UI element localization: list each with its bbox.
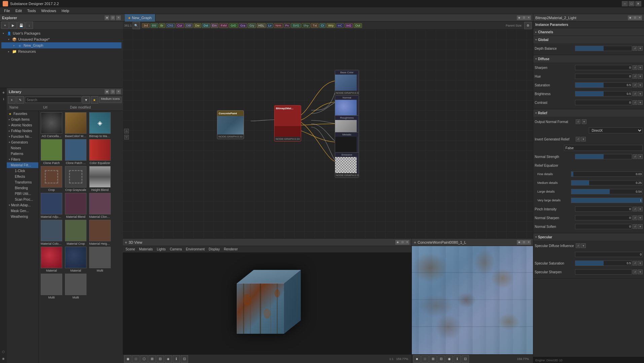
spec-diffuse-menu[interactable]: ▼ <box>581 243 586 248</box>
explorer-play-btn[interactable]: ▶ <box>9 22 17 29</box>
graph-node-input[interactable]: ConcretePaint NODE:GRAPH:0:33 <box>217 110 244 139</box>
tag-em[interactable]: Em <box>211 23 219 28</box>
output-node-diffuse[interactable]: Base Color NODE:GRAPH:0:35 <box>335 70 359 95</box>
tag-3rd[interactable]: 3rd <box>142 23 150 28</box>
menu-lights[interactable]: Lights <box>156 247 167 251</box>
tag-bld[interactable]: Bld <box>150 23 158 28</box>
list-item[interactable]: Clone Patch ... <box>64 139 87 165</box>
explorer-float-btn[interactable]: ⊡ <box>110 15 115 20</box>
view3d-btn-2[interactable]: □ <box>132 355 140 363</box>
tree-resources[interactable]: ▸ 📁 Resources <box>1 48 121 54</box>
tag-gry[interactable]: Gry <box>248 23 256 28</box>
view3d-canvas[interactable] <box>123 253 412 354</box>
view3d-btn-5[interactable]: ⊟ <box>156 355 164 363</box>
normal-strength-slider[interactable] <box>575 154 632 159</box>
tree-generators[interactable]: Generators <box>7 139 38 145</box>
params-pin-btn[interactable]: ◆ <box>628 15 633 20</box>
graph-tab-new-graph[interactable]: ◈ New_Graph <box>125 14 155 22</box>
tree-material-filters[interactable]: Material Filt... <box>7 162 38 168</box>
tag-gra[interactable]: Gra <box>239 23 247 28</box>
search-input[interactable] <box>25 97 81 103</box>
list-item[interactable]: Material Crop <box>64 220 87 245</box>
invert-relief-menu[interactable]: ▼ <box>581 137 586 142</box>
tex-btn-5[interactable]: ◉ <box>445 355 453 363</box>
list-item[interactable]: Multi <box>88 247 111 272</box>
list-item[interactable]: Material Clone... <box>88 193 111 218</box>
depth-balance-slider[interactable] <box>575 46 632 51</box>
tag-fxm[interactable]: FxM <box>219 23 228 28</box>
normal-format-reset[interactable]: ↺ <box>576 119 580 124</box>
normal-sharpen-slider[interactable]: 0 <box>575 215 632 220</box>
invert-relief-reset[interactable]: ↺ <box>576 137 580 142</box>
list-item[interactable]: Height Blend <box>88 166 111 192</box>
library-controls[interactable]: ◆ ⊡ ✕ <box>105 89 121 94</box>
sharpen-menu[interactable]: ▼ <box>638 65 643 70</box>
normal-sharpen-menu[interactable]: ▼ <box>638 215 643 220</box>
hue-menu[interactable]: ▼ <box>638 74 643 79</box>
sharpen-reset[interactable]: ↺ <box>633 65 637 70</box>
pinch-slider[interactable]: 0 <box>575 206 632 212</box>
explorer-close-btn[interactable]: ✕ <box>116 15 121 20</box>
list-item[interactable]: Material Heigh... <box>88 220 111 245</box>
tex-btn-4[interactable]: ⊟ <box>437 355 445 363</box>
spec-diffuse-reset[interactable]: ↺ <box>576 243 580 248</box>
list-item[interactable]: Material <box>64 247 87 272</box>
sharpen-slider[interactable]: 0 <box>575 65 632 70</box>
tree-favorites[interactable]: ★ Favorites <box>7 111 38 117</box>
brightness-menu[interactable]: ▼ <box>638 91 643 96</box>
menu-edit[interactable]: Edit <box>13 7 25 14</box>
side-icon-3[interactable]: ⬡ <box>0 349 6 355</box>
tex-btn-6[interactable]: ℹ <box>454 355 461 363</box>
spec-diffuse-slider[interactable]: 0 <box>575 252 643 257</box>
diffuse-section-header[interactable]: ▾ Diffuse <box>533 55 644 63</box>
spec-sharpen-reset[interactable]: ↺ <box>633 270 637 274</box>
lib-star-btn[interactable]: ★ <box>91 96 98 104</box>
depth-balance-menu[interactable]: ▼ <box>638 46 643 51</box>
graph-canvas[interactable]: ConcretePaint NODE:GRAPH:0:33 Bitmap2Mat… <box>123 30 533 238</box>
spec-sharpen-slider[interactable] <box>575 269 632 275</box>
list-item[interactable]: AO Cancella... <box>40 112 63 138</box>
window-controls[interactable]: – □ ✕ <box>622 1 641 6</box>
list-item[interactable]: Multi <box>40 274 63 299</box>
normal-sharpen-reset[interactable]: ↺ <box>633 215 637 220</box>
tag-txt[interactable]: Txt <box>311 23 319 28</box>
tag-ing[interactable]: InG <box>345 23 353 28</box>
lib-filter-btn[interactable]: ▼ <box>82 96 90 104</box>
menu-scene[interactable]: Scene <box>125 247 136 251</box>
view3d-btn-3[interactable]: ⬡ <box>140 355 148 363</box>
list-item[interactable]: ◈ Bitmap to Materia... <box>88 112 111 138</box>
view3d-float-btn[interactable]: ⊡ <box>400 240 405 245</box>
normal-soften-slider[interactable]: 0 <box>575 224 632 229</box>
normal-soften-menu[interactable]: ▼ <box>638 224 643 229</box>
list-item[interactable]: BaseColor/ Metallic/... <box>64 112 87 138</box>
tree-fxmap-nodes[interactable]: FxMap Nodes <box>7 128 38 134</box>
tag-grd[interactable]: GrD <box>229 23 238 28</box>
params-float-btn[interactable]: ⊡ <box>633 15 637 20</box>
menu-windows[interactable]: Windows <box>38 7 59 14</box>
graph-pin-btn[interactable]: ◆ <box>517 15 522 20</box>
tag-dbl[interactable]: DBl <box>185 23 193 28</box>
menu-file[interactable]: File <box>1 7 13 14</box>
menu-tools[interactable]: Tools <box>25 7 39 14</box>
graph-nav-down[interactable]: ▽ <box>124 135 129 139</box>
graph-zoom-btn[interactable]: ⚙ <box>524 22 532 29</box>
list-item[interactable]: Crop <box>40 166 63 192</box>
tag-wrp[interactable]: Wrp <box>326 23 335 28</box>
tag-chs[interactable]: ChS <box>166 23 175 28</box>
tag-px[interactable]: Px <box>284 23 291 28</box>
tree-scan-proc[interactable]: Scan Proc... <box>7 197 38 202</box>
tag-dw[interactable]: Dw <box>193 23 201 28</box>
depth-balance-control[interactable] <box>575 46 632 51</box>
view3d-btn-4[interactable]: ⊞ <box>148 355 156 363</box>
tree-1click[interactable]: 1-Click <box>7 168 38 174</box>
params-close-btn[interactable]: ✕ <box>637 15 642 20</box>
minimize-button[interactable]: – <box>622 1 628 6</box>
hue-reset[interactable]: ↺ <box>633 74 637 79</box>
fine-details-slider[interactable]: 0.03 <box>571 171 643 177</box>
spec-sat-menu[interactable]: ▼ <box>638 261 643 266</box>
library-pin-btn[interactable]: ◆ <box>105 89 109 94</box>
normal-soften-reset[interactable]: ↺ <box>633 224 637 229</box>
list-item[interactable]: Clone Patch <box>40 139 63 165</box>
tree-pbr-utils[interactable]: PBR Utili... <box>7 191 38 197</box>
brightness-reset[interactable]: ↺ <box>633 91 637 96</box>
